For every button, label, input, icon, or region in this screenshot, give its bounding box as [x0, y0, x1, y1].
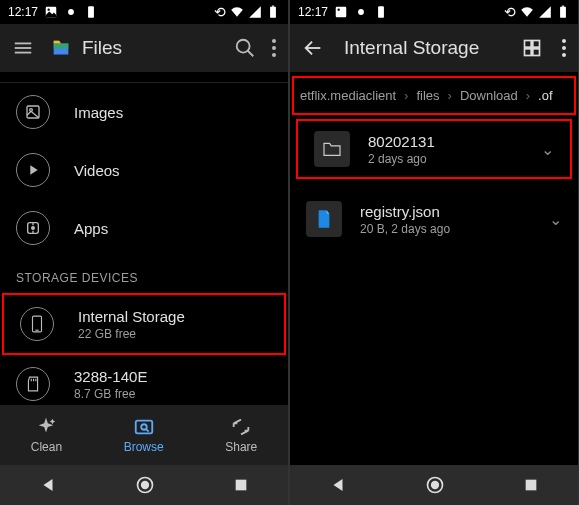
home-icon[interactable]: [425, 475, 445, 495]
svg-rect-40: [525, 49, 532, 56]
svg-rect-31: [336, 7, 347, 18]
storage-external[interactable]: 3288-140E 8.7 GB free: [0, 355, 288, 405]
recent-icon[interactable]: [523, 477, 539, 493]
svg-rect-25: [135, 421, 152, 434]
svg-rect-6: [15, 43, 32, 45]
svg-point-13: [272, 53, 276, 57]
svg-point-1: [48, 9, 50, 11]
crumb-3[interactable]: .of: [534, 86, 556, 105]
search-icon[interactable]: [234, 37, 256, 59]
grid-view-icon[interactable]: [522, 38, 542, 58]
svg-point-29: [142, 482, 149, 489]
chevron-right-icon: ›: [404, 88, 408, 103]
category-item-apps[interactable]: Apps: [0, 199, 288, 257]
file-item[interactable]: registry.json 20 B, 2 days ago ⌄: [290, 191, 578, 247]
svg-point-44: [562, 53, 566, 57]
chevron-right-icon: ›: [526, 88, 530, 103]
svg-rect-3: [88, 6, 94, 18]
svg-point-43: [562, 46, 566, 50]
phone-small-icon: [84, 5, 98, 19]
app-title-text: Files: [82, 37, 122, 59]
sync-icon: ⟲: [504, 4, 516, 20]
files-logo-icon: [50, 37, 72, 59]
svg-rect-35: [560, 7, 566, 18]
back-arrow-icon[interactable]: [302, 37, 324, 59]
app-title: Files: [50, 37, 218, 59]
svg-point-33: [358, 9, 364, 15]
nav-browse[interactable]: Browse: [124, 416, 164, 454]
menu-icon[interactable]: [12, 37, 34, 59]
bottom-nav: Clean Browse Share: [0, 405, 288, 465]
more-icon[interactable]: [562, 39, 566, 57]
picture-icon: [44, 5, 58, 19]
svg-point-9: [237, 40, 250, 53]
nav-clean[interactable]: Clean: [31, 416, 62, 454]
phone-small-icon: [374, 5, 388, 19]
svg-rect-7: [15, 47, 32, 49]
svg-point-32: [338, 9, 340, 11]
status-bar: 12:17 ⟲: [0, 0, 288, 24]
right-screenshot: 12:17 ⟲ Internal Storage etflix.mediacli…: [290, 0, 578, 505]
clean-icon: [35, 416, 57, 438]
storage-internal[interactable]: Internal Storage 22 GB free: [4, 295, 284, 353]
crumb-0[interactable]: etflix.mediaclient: [296, 86, 400, 105]
more-icon[interactable]: [272, 39, 276, 57]
record-icon: [64, 5, 78, 19]
wifi-icon: [230, 5, 244, 19]
battery-icon: [556, 5, 570, 19]
signal-icon: [248, 5, 262, 19]
chevron-down-icon[interactable]: ⌄: [549, 210, 562, 229]
browse-icon: [133, 416, 155, 438]
svg-point-42: [562, 39, 566, 43]
svg-point-2: [68, 9, 74, 15]
svg-rect-4: [270, 7, 276, 18]
chevron-right-icon: ›: [448, 88, 452, 103]
home-icon[interactable]: [135, 475, 155, 495]
section-header: STORAGE DEVICES: [0, 257, 288, 293]
app-bar: Internal Storage: [290, 24, 578, 72]
svg-rect-20: [33, 316, 42, 332]
crumb-1[interactable]: files: [412, 86, 443, 105]
svg-rect-47: [526, 480, 537, 491]
system-nav: [0, 465, 288, 505]
svg-point-11: [272, 39, 276, 43]
content-area: 80202131 2 days ago ⌄ registry.json 20 B…: [290, 115, 578, 465]
svg-rect-34: [378, 6, 384, 18]
wifi-icon: [520, 5, 534, 19]
status-time: 12:17: [298, 5, 328, 19]
crumb-2[interactable]: Download: [456, 86, 522, 105]
phone-storage-icon: [20, 307, 54, 341]
recent-icon[interactable]: [233, 477, 249, 493]
app-title-text: Internal Storage: [344, 37, 479, 59]
left-screenshot: 12:17 ⟲ Files Images: [0, 0, 288, 505]
back-icon[interactable]: [329, 476, 347, 494]
svg-line-27: [145, 429, 148, 432]
svg-rect-38: [525, 41, 532, 48]
content-area: Images Videos Apps STORAGE DEVICES Inter…: [0, 72, 288, 405]
status-bar: 12:17 ⟲: [290, 0, 578, 24]
signal-icon: [538, 5, 552, 19]
svg-rect-41: [533, 49, 540, 56]
battery-icon: [266, 5, 280, 19]
status-time: 12:17: [8, 5, 38, 19]
category-item-videos[interactable]: Videos: [0, 141, 288, 199]
chevron-down-icon[interactable]: ⌄: [541, 140, 554, 159]
sync-icon: ⟲: [214, 4, 226, 20]
svg-point-46: [432, 482, 439, 489]
app-bar: Files: [0, 24, 288, 72]
nav-share[interactable]: Share: [225, 416, 257, 454]
category-item-images[interactable]: Images: [0, 82, 288, 141]
svg-rect-5: [272, 6, 274, 7]
breadcrumb[interactable]: etflix.mediaclient › files › Download › …: [294, 78, 574, 113]
folder-item[interactable]: 80202131 2 days ago ⌄: [298, 121, 570, 177]
picture-icon: [334, 5, 348, 19]
folder-icon: [314, 131, 350, 167]
svg-point-12: [272, 46, 276, 50]
svg-rect-30: [236, 480, 247, 491]
svg-point-17: [32, 227, 35, 230]
share-icon: [230, 416, 252, 438]
svg-line-10: [248, 51, 254, 57]
apps-icon: [16, 211, 50, 245]
back-icon[interactable]: [39, 476, 57, 494]
videos-icon: [16, 153, 50, 187]
